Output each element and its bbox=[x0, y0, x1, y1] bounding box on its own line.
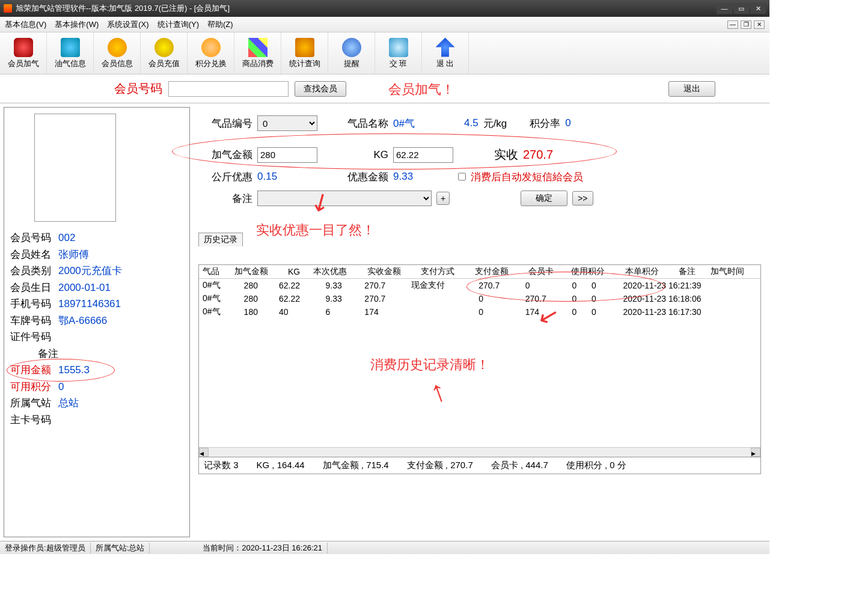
status-time: 2020-11-23日 16:26:21 bbox=[242, 543, 322, 552]
grid-icon bbox=[248, 38, 268, 57]
member-birth: 2000-01-01 bbox=[58, 280, 111, 296]
col-header: 本次优惠 bbox=[310, 265, 363, 279]
maximize-button[interactable]: ▭ bbox=[733, 3, 749, 14]
col-header: 加气金额 bbox=[231, 265, 284, 279]
col-header: 支付金额 bbox=[471, 265, 525, 279]
member-type: 2000元充值卡 bbox=[58, 263, 122, 279]
member-no: 002 bbox=[58, 230, 75, 246]
member-phone: 18971146361 bbox=[58, 296, 121, 312]
scroll-right-icon[interactable]: ▸ bbox=[751, 448, 760, 457]
col-header: 加气时间 bbox=[707, 265, 760, 279]
horizontal-scrollbar[interactable]: ◂ ▸ bbox=[199, 447, 760, 457]
table-row[interactable]: 0#气28062.229.33270.70270.7002020-11-23 1… bbox=[199, 292, 760, 305]
col-header: 备注 bbox=[675, 265, 707, 279]
flask-icon bbox=[61, 38, 80, 57]
member-points: 0 bbox=[58, 379, 64, 395]
col-header: 本单积分 bbox=[622, 265, 675, 279]
col-header: 支付方式 bbox=[417, 265, 471, 279]
gas-price: 4.5 bbox=[464, 117, 478, 129]
mdi-minimize-button[interactable]: — bbox=[727, 20, 738, 29]
col-header: 使用积分 bbox=[567, 265, 621, 279]
close-button[interactable]: ✕ bbox=[750, 3, 766, 14]
more-button[interactable]: >> bbox=[572, 191, 593, 206]
exit-icon bbox=[436, 38, 455, 57]
actual-value: 270.7 bbox=[523, 148, 553, 162]
user-icon bbox=[108, 38, 127, 57]
kg-input[interactable] bbox=[393, 147, 453, 163]
car-icon bbox=[14, 38, 33, 57]
tb-shift[interactable]: 交 班 bbox=[375, 32, 422, 74]
disc-amt: 9.33 bbox=[393, 171, 453, 183]
tb-goods[interactable]: 商品消费 bbox=[234, 32, 281, 74]
tb-member-gas[interactable]: 会员加气 bbox=[0, 32, 47, 74]
history-table: 气品加气金额KG本次优惠实收金额支付方式支付金额会员卡使用积分本单积分备注加气时… bbox=[198, 264, 761, 474]
toolbar: 会员加气 油气信息 会员信息 会员充值 积分兑换 商品消费 统计查询 提醒 交 … bbox=[0, 32, 769, 75]
remark-select[interactable] bbox=[257, 191, 432, 206]
shift-icon bbox=[389, 38, 408, 57]
col-header: KG bbox=[284, 265, 310, 279]
member-station: 总站 bbox=[58, 395, 79, 411]
stats-icon bbox=[295, 38, 314, 57]
member-name: 张师傅 bbox=[58, 247, 89, 263]
rate-value: 0 bbox=[565, 117, 570, 129]
mdi-close-button[interactable]: ✕ bbox=[754, 20, 765, 29]
gas-no-select[interactable]: 0 bbox=[257, 115, 317, 131]
points-icon bbox=[201, 38, 221, 57]
tb-recharge[interactable]: 会员充值 bbox=[141, 32, 188, 74]
member-plate: 鄂A-66666 bbox=[58, 313, 107, 329]
col-header: 实收金额 bbox=[364, 265, 417, 279]
titlebar: 旭荣加气站管理软件--版本:加气版 2019.7(已注册) - [会员加气] —… bbox=[0, 0, 769, 17]
table-row[interactable]: 0#气1804061740174002020-11-23 16:17:30 bbox=[199, 305, 760, 319]
tb-gas-info[interactable]: 油气信息 bbox=[47, 32, 94, 74]
exit-button[interactable]: 退出 bbox=[668, 81, 715, 97]
search-row: 会员号码 查找会员 退出 bbox=[0, 75, 769, 103]
coin-icon bbox=[154, 38, 174, 57]
tb-points[interactable]: 积分兑换 bbox=[188, 32, 234, 74]
mdi-restore-button[interactable]: ❐ bbox=[741, 20, 751, 29]
search-button[interactable]: 查找会员 bbox=[295, 81, 346, 97]
menu-stat-query[interactable]: 统计查询(Y) bbox=[157, 19, 199, 30]
scroll-left-icon[interactable]: ◂ bbox=[199, 448, 209, 457]
perkg-disc: 0.15 bbox=[257, 171, 317, 183]
table-row[interactable]: 0#气28062.229.33270.7现金支付270.70002020-11-… bbox=[199, 279, 760, 292]
amount-input[interactable] bbox=[257, 147, 317, 163]
menu-basic-info[interactable]: 基本信息(V) bbox=[5, 19, 46, 30]
member-photo bbox=[34, 114, 116, 222]
menubar: 基本信息(V) 基本操作(W) 系统设置(X) 统计查询(Y) 帮助(Z) — … bbox=[0, 17, 769, 32]
tb-exit[interactable]: 退 出 bbox=[422, 32, 469, 74]
menu-sys-set[interactable]: 系统设置(X) bbox=[107, 19, 148, 30]
col-header: 气品 bbox=[199, 265, 231, 279]
clock-icon bbox=[342, 38, 361, 57]
app-icon bbox=[4, 4, 12, 13]
status-operator: 超级管理员 bbox=[46, 543, 85, 552]
member-balance: 1555.3 bbox=[58, 362, 90, 378]
confirm-button[interactable]: 确定 bbox=[521, 191, 567, 206]
member-no-input[interactable] bbox=[168, 81, 289, 97]
tb-remind[interactable]: 提醒 bbox=[328, 32, 375, 74]
tb-stats[interactable]: 统计查询 bbox=[281, 32, 328, 74]
gas-name: 0#气 bbox=[393, 117, 459, 130]
member-no-label: 会员号码 bbox=[114, 81, 162, 97]
menu-help[interactable]: 帮助(Z) bbox=[207, 19, 233, 30]
statusbar: 登录操作员:超级管理员 所属气站:总站 当前时间：2020-11-23日 16:… bbox=[0, 541, 769, 554]
status-station: 总站 bbox=[129, 543, 144, 552]
sms-checkbox[interactable] bbox=[458, 169, 466, 184]
transaction-panel: 会员加气！ 气品编号 0 气品名称 0#气 4.5 元/kg 积分率 0 加气金… bbox=[190, 103, 769, 541]
member-panel: 会员号码002 会员姓名张师傅 会员类别2000元充值卡 会员生日2000-01… bbox=[4, 107, 190, 537]
tb-member-info[interactable]: 会员信息 bbox=[94, 32, 141, 74]
col-header: 会员卡 bbox=[525, 265, 567, 279]
summary-row: 记录数 3 KG , 164.44 加气金额 , 715.4 支付金额 , 27… bbox=[199, 457, 760, 474]
history-tab[interactable]: 历史记录 bbox=[198, 233, 243, 246]
add-remark-button[interactable]: + bbox=[436, 192, 450, 205]
window-title: 旭荣加气站管理软件--版本:加气版 2019.7(已注册) - [会员加气] bbox=[16, 3, 717, 14]
minimize-button[interactable]: — bbox=[717, 3, 732, 14]
menu-basic-op[interactable]: 基本操作(W) bbox=[55, 19, 99, 30]
